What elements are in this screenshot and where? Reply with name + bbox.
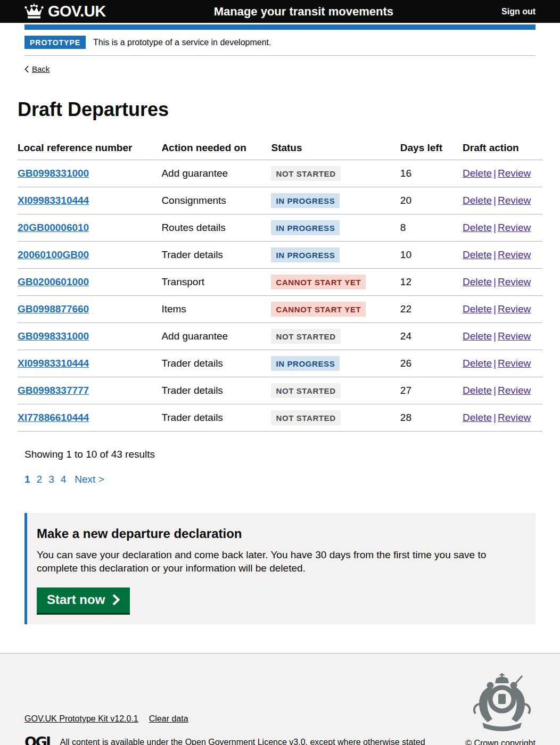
- delete-link[interactable]: Delete: [463, 358, 492, 369]
- action-needed-cell: Trader details: [161, 404, 271, 432]
- days-left-cell: 22: [400, 296, 463, 323]
- review-link[interactable]: Review: [498, 195, 531, 206]
- status-tag: CANNOT START YET: [271, 275, 366, 289]
- delete-link[interactable]: Delete: [463, 330, 492, 342]
- new-declaration-panel: Make a new departure declaration You can…: [24, 513, 536, 624]
- table-row: GB0998331000 Add guarantee NOT STARTED 1…: [18, 160, 542, 187]
- review-link[interactable]: Review: [498, 303, 531, 314]
- delete-link[interactable]: Delete: [463, 303, 492, 314]
- status-tag: IN PROGRESS: [271, 220, 340, 235]
- delete-link[interactable]: Delete: [463, 385, 492, 396]
- action-needed-cell: Trader details: [161, 377, 271, 404]
- days-left-cell: 26: [400, 350, 463, 377]
- crown-copyright-link[interactable]: © Crown copyright: [465, 739, 536, 745]
- status-tag: NOT STARTED: [271, 410, 340, 425]
- column-header-status: Status: [271, 136, 400, 160]
- delete-link[interactable]: Delete: [463, 195, 492, 206]
- lrn-link[interactable]: XI77886610444: [18, 412, 89, 423]
- pagination-next-link[interactable]: Next >: [75, 474, 104, 485]
- review-link[interactable]: Review: [498, 276, 531, 287]
- action-separator: |: [492, 195, 498, 206]
- table-row: GB0998877660 Items CANNOT START YET 22 D…: [18, 296, 542, 323]
- delete-link[interactable]: Delete: [463, 276, 492, 287]
- header-blue-bar: [24, 24, 536, 30]
- status-tag: IN PROGRESS: [271, 356, 340, 371]
- delete-link[interactable]: Delete: [463, 249, 492, 260]
- lrn-link[interactable]: GB0200601000: [18, 276, 89, 287]
- clear-data-link[interactable]: Clear data: [149, 714, 188, 724]
- action-needed-cell: Trader details: [161, 350, 271, 377]
- days-left-cell: 27: [400, 377, 463, 404]
- action-needed-cell: Trader details: [161, 242, 271, 269]
- action-separator: |: [492, 412, 498, 423]
- pagination-page-1[interactable]: 1: [24, 474, 30, 485]
- action-separator: |: [492, 303, 498, 314]
- review-link[interactable]: Review: [498, 249, 531, 260]
- table-row: GB0200601000 Transport CANNOT START YET …: [18, 269, 542, 296]
- days-left-cell: 24: [400, 323, 463, 350]
- lrn-link[interactable]: GB0998331000: [18, 330, 89, 342]
- status-tag: NOT STARTED: [271, 166, 340, 181]
- delete-link[interactable]: Delete: [463, 222, 492, 233]
- lrn-link[interactable]: 20060100GB00: [18, 249, 89, 260]
- pagination-page-3[interactable]: 3: [48, 474, 54, 485]
- action-separator: |: [492, 249, 498, 260]
- licence-text: All content is available under the Open …: [60, 738, 425, 745]
- status-tag: NOT STARTED: [271, 383, 340, 398]
- prototype-banner: PROTOTYPE This is a prototype of a servi…: [24, 30, 536, 56]
- review-link[interactable]: Review: [498, 385, 531, 396]
- lrn-link[interactable]: GB0998337777: [18, 385, 89, 396]
- table-body: GB0998331000 Add guarantee NOT STARTED 1…: [18, 160, 542, 432]
- days-left-cell: 28: [400, 404, 463, 432]
- lrn-link[interactable]: GB0998877660: [18, 303, 89, 314]
- crown-icon: [24, 4, 44, 19]
- govuk-logo[interactable]: GOV.UK: [24, 3, 106, 20]
- column-header-action-needed: Action needed on: [161, 136, 271, 160]
- column-header-draft-action: Draft action: [463, 136, 542, 160]
- pagination-page-4[interactable]: 4: [61, 474, 67, 485]
- action-needed-cell: Items: [161, 296, 271, 323]
- days-left-cell: 16: [400, 160, 463, 187]
- review-link[interactable]: Review: [498, 412, 531, 423]
- column-header-days-left: Days left: [400, 136, 463, 160]
- lrn-link[interactable]: XI09983310444: [18, 358, 89, 369]
- table-row: 20GB00006010 Routes details IN PROGRESS …: [18, 214, 542, 242]
- action-separator: |: [492, 358, 498, 369]
- action-needed-cell: Transport: [161, 269, 271, 296]
- results-summary: Showing 1 to 10 of 43 results: [24, 449, 536, 460]
- review-link[interactable]: Review: [498, 222, 531, 233]
- days-left-cell: 12: [400, 269, 463, 296]
- status-tag: IN PROGRESS: [271, 193, 340, 208]
- delete-link[interactable]: Delete: [463, 168, 492, 179]
- review-link[interactable]: Review: [498, 358, 531, 369]
- back-link[interactable]: Back: [32, 64, 50, 73]
- action-needed-cell: Consignments: [161, 187, 271, 214]
- table-row: 20060100GB00 Trader details IN PROGRESS …: [18, 242, 542, 269]
- start-now-label: Start now: [47, 592, 105, 607]
- service-name[interactable]: Manage your transit movements: [106, 5, 501, 19]
- status-tag: CANNOT START YET: [271, 302, 366, 317]
- review-link[interactable]: Review: [498, 168, 531, 179]
- lrn-link[interactable]: 20GB00006010: [18, 222, 89, 233]
- prototype-tag: PROTOTYPE: [24, 36, 86, 49]
- lrn-link[interactable]: XI09983310444: [18, 195, 89, 206]
- ogl-licence-link[interactable]: Open Government Licence v3.0: [185, 738, 306, 745]
- review-link[interactable]: Review: [498, 330, 531, 342]
- pagination: 1234 Next >: [24, 474, 536, 485]
- govuk-logo-text: GOV.UK: [48, 3, 106, 20]
- action-needed-cell: Routes details: [161, 214, 271, 242]
- pagination-page-2[interactable]: 2: [37, 474, 43, 485]
- action-separator: |: [492, 385, 498, 396]
- prototype-kit-link[interactable]: GOV.UK Prototype Kit v12.0.1: [24, 714, 138, 724]
- lrn-link[interactable]: GB0998331000: [18, 168, 89, 179]
- table-row: XI09983310444 Trader details IN PROGRESS…: [18, 350, 542, 377]
- action-separator: |: [492, 276, 498, 287]
- pagination-pages: 1234: [24, 474, 66, 485]
- delete-link[interactable]: Delete: [463, 412, 492, 423]
- sign-out-link[interactable]: Sign out: [501, 7, 536, 16]
- table-row: XI09983310444 Consignments IN PROGRESS 2…: [18, 187, 542, 214]
- ogl-logo-icon: OGL: [24, 735, 54, 745]
- start-now-button[interactable]: Start now: [37, 587, 130, 613]
- column-header-lrn: Local reference number: [18, 136, 161, 160]
- table-row: XI77886610444 Trader details NOT STARTED…: [18, 404, 542, 432]
